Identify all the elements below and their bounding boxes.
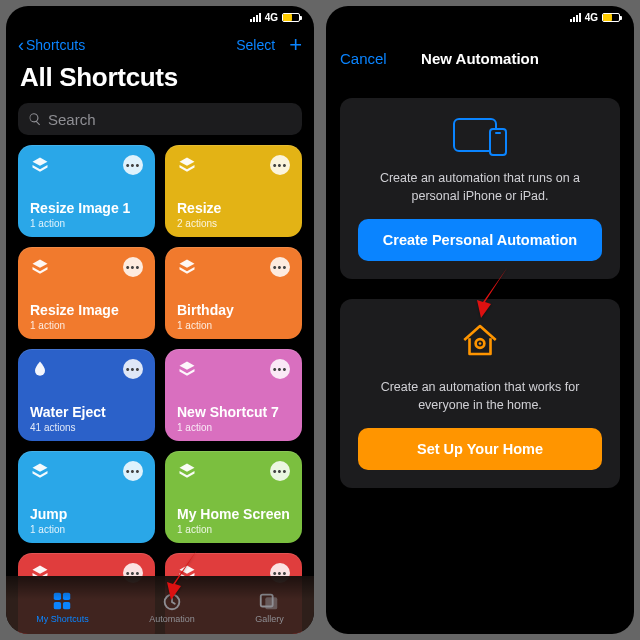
- signal-icon: [570, 13, 581, 22]
- tab-bar: My Shortcuts Automation Gallery: [6, 576, 314, 634]
- tile-sub: 1 action: [177, 422, 290, 433]
- signal-icon: [250, 13, 261, 22]
- shortcut-tile[interactable]: •••Resize2 actions: [165, 145, 302, 237]
- shortcut-tile[interactable]: •••Water Eject41 actions: [18, 349, 155, 441]
- more-icon[interactable]: •••: [270, 155, 290, 175]
- tile-name: New Shortcut 7: [177, 404, 290, 420]
- search-placeholder: Search: [48, 111, 96, 128]
- tab-label: Automation: [149, 614, 195, 624]
- shortcut-tile[interactable]: •••Jump1 action: [18, 451, 155, 543]
- more-icon[interactable]: •••: [123, 359, 143, 379]
- devices-icon: [453, 118, 507, 152]
- status-bar: 11:03 4G: [326, 6, 634, 28]
- shortcut-tile[interactable]: •••Resize Image 11 action: [18, 145, 155, 237]
- tile-name: Resize Image 1: [30, 200, 143, 216]
- tab-my-shortcuts[interactable]: My Shortcuts: [36, 590, 89, 624]
- search-input[interactable]: Search: [18, 103, 302, 135]
- clock-icon: [161, 590, 183, 612]
- chevron-left-icon: ‹: [18, 36, 24, 54]
- network-label: 4G: [585, 12, 598, 23]
- nav-bar: ‹ Shortcuts Select +: [6, 28, 314, 60]
- tile-sub: 1 action: [30, 320, 143, 331]
- shortcut-tile[interactable]: •••New Shortcut 71 action: [165, 349, 302, 441]
- grid-icon: [51, 590, 73, 612]
- tile-sub: 1 action: [177, 524, 290, 535]
- setup-home-button[interactable]: Set Up Your Home: [358, 428, 602, 470]
- tile-sub: 2 actions: [177, 218, 290, 229]
- more-icon[interactable]: •••: [270, 461, 290, 481]
- svg-rect-2: [54, 602, 61, 609]
- more-icon[interactable]: •••: [123, 461, 143, 481]
- shortcut-grid: •••Resize Image 11 action•••Resize2 acti…: [6, 145, 314, 634]
- tile-sub: 1 action: [177, 320, 290, 331]
- search-icon: [28, 112, 42, 126]
- home-description: Create an automation that works for ever…: [358, 379, 602, 414]
- battery-icon: [282, 13, 300, 22]
- select-button[interactable]: Select: [236, 37, 275, 53]
- svg-rect-6: [266, 597, 278, 609]
- tab-label: Gallery: [255, 614, 284, 624]
- tab-automation[interactable]: Automation: [149, 590, 195, 624]
- tile-name: Resize: [177, 200, 290, 216]
- add-button[interactable]: +: [289, 34, 302, 56]
- svg-rect-0: [54, 593, 61, 600]
- tab-label: My Shortcuts: [36, 614, 89, 624]
- more-icon[interactable]: •••: [123, 257, 143, 277]
- shortcut-tile[interactable]: •••Resize Image1 action: [18, 247, 155, 339]
- personal-description: Create an automation that runs on a pers…: [358, 170, 602, 205]
- network-label: 4G: [265, 12, 278, 23]
- tile-name: Jump: [30, 506, 143, 522]
- gallery-icon: [258, 590, 280, 612]
- tile-sub: 1 action: [30, 524, 143, 535]
- tile-name: Water Eject: [30, 404, 143, 420]
- svg-rect-3: [63, 602, 70, 609]
- modal-nav: Cancel New Automation: [326, 38, 634, 78]
- shortcut-tile[interactable]: •••My Home Screen1 action: [165, 451, 302, 543]
- phone-automation: 11:03 4G Cancel New Automation Create an…: [326, 6, 634, 634]
- tile-sub: 41 actions: [30, 422, 143, 433]
- shortcut-tile[interactable]: •••Birthday1 action: [165, 247, 302, 339]
- cancel-button[interactable]: Cancel: [340, 50, 387, 67]
- back-label: Shortcuts: [26, 37, 85, 53]
- svg-rect-1: [63, 593, 70, 600]
- status-bar: 11:02 4G: [6, 6, 314, 28]
- tile-name: Birthday: [177, 302, 290, 318]
- page-title: All Shortcuts: [6, 60, 314, 99]
- battery-icon: [602, 13, 620, 22]
- tab-gallery[interactable]: Gallery: [255, 590, 284, 624]
- tile-name: Resize Image: [30, 302, 143, 318]
- more-icon[interactable]: •••: [270, 359, 290, 379]
- back-button[interactable]: ‹ Shortcuts: [18, 36, 85, 54]
- tile-sub: 1 action: [30, 218, 143, 229]
- home-icon: [459, 319, 501, 365]
- svg-point-8: [479, 342, 482, 345]
- tile-name: My Home Screen: [177, 506, 290, 522]
- more-icon[interactable]: •••: [270, 257, 290, 277]
- modal-title: New Automation: [421, 50, 539, 67]
- create-personal-automation-button[interactable]: Create Personal Automation: [358, 219, 602, 261]
- home-automation-card: Create an automation that works for ever…: [340, 299, 620, 488]
- personal-automation-card: Create an automation that runs on a pers…: [340, 98, 620, 279]
- phone-shortcuts: 11:02 4G ‹ Shortcuts Select + All Shortc…: [6, 6, 314, 634]
- more-icon[interactable]: •••: [123, 155, 143, 175]
